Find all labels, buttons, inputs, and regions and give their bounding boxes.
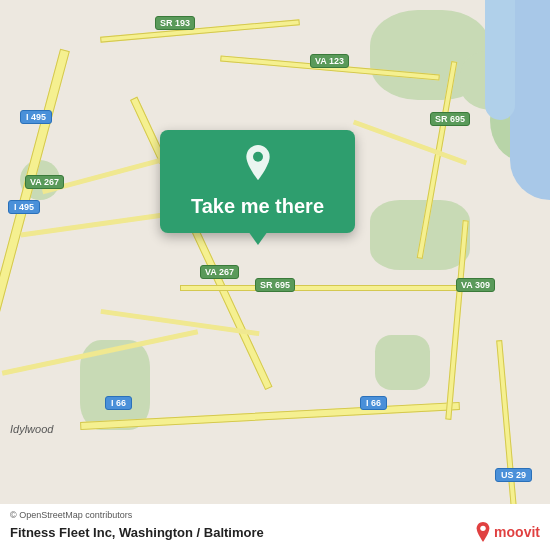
road-label-i66-2: I 66 [360, 396, 387, 410]
road-label-va309: VA 309 [456, 278, 495, 292]
attribution-text: © OpenStreetMap contributors [10, 510, 132, 520]
svg-point-0 [253, 152, 263, 162]
moovit-brand-text: moovit [494, 524, 540, 540]
map-container: I 495 I 495 VA 267 VA 267 SR 193 VA 123 … [0, 0, 550, 550]
road-label-i495-2: I 495 [8, 200, 40, 214]
road-label-i66-1: I 66 [105, 396, 132, 410]
take-me-there-popup[interactable]: Take me there [160, 130, 355, 233]
bottom-title-row: Fitness Fleet Inc, Washington / Baltimor… [10, 522, 540, 542]
park-area [375, 335, 430, 390]
road-label-sr695-2: SR 695 [255, 278, 295, 292]
location-pin-icon [238, 145, 278, 185]
place-label-idylwood: Idylwood [10, 423, 53, 435]
water-area [510, 0, 550, 200]
road-label-sr193: SR 193 [155, 16, 195, 30]
road-label-us29: US 29 [495, 468, 532, 482]
road-label-va267-2: VA 267 [200, 265, 239, 279]
business-title: Fitness Fleet Inc, Washington / Baltimor… [10, 525, 264, 540]
water-area [485, 0, 515, 120]
attribution: © OpenStreetMap contributors [10, 510, 540, 520]
road-label-va267-1: VA 267 [25, 175, 64, 189]
road-sr695-h [180, 285, 460, 291]
road-label-i495-1: I 495 [20, 110, 52, 124]
moovit-pin-icon [475, 522, 491, 542]
bottom-bar: © OpenStreetMap contributors Fitness Fle… [0, 504, 550, 550]
road-label-va123: VA 123 [310, 54, 349, 68]
svg-point-1 [480, 526, 485, 531]
take-me-there-label: Take me there [191, 195, 324, 218]
road-label-sr695-1: SR 695 [430, 112, 470, 126]
moovit-logo: moovit [475, 522, 540, 542]
